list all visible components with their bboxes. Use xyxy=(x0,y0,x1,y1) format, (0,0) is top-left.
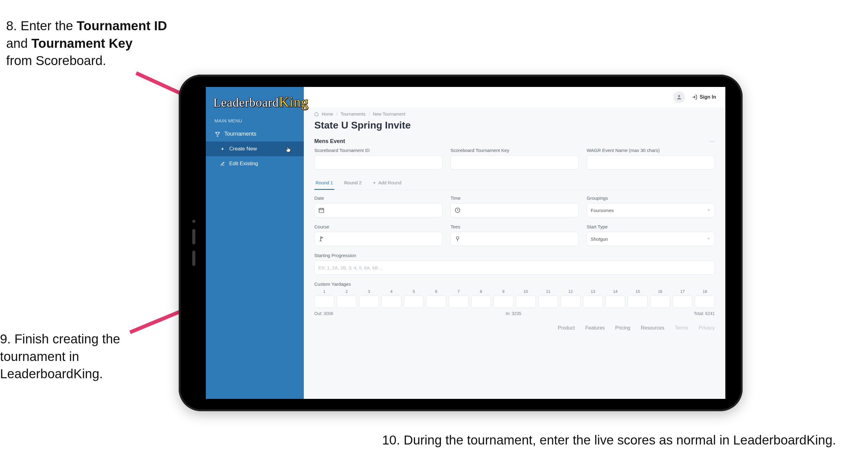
yardage-input[interactable] xyxy=(314,296,334,308)
breadcrumb-new-tournament[interactable]: New Tournament xyxy=(373,112,405,117)
date-input[interactable] xyxy=(314,203,442,217)
yardage-input[interactable] xyxy=(516,296,536,308)
cursor-hand-icon xyxy=(285,145,291,154)
field-tees: Tees xyxy=(451,224,579,246)
yardage-input[interactable] xyxy=(381,296,402,308)
footer-privacy[interactable]: Privacy xyxy=(699,325,715,331)
sidebar-item-label: Edit Existing xyxy=(229,160,258,167)
plus-icon xyxy=(219,147,225,151)
yardage-input[interactable] xyxy=(538,296,558,308)
field-label: Groupings xyxy=(587,196,715,201)
starting-progression-input[interactable]: EX: 1, 2A, 2B, 3, 4, 5, 6A, 6B ... xyxy=(314,260,715,275)
sign-in-button[interactable]: Sign In xyxy=(692,94,716,100)
callout-step8: 8. Enter the Tournament ID and Tournamen… xyxy=(6,17,173,70)
yardage-column: 15 xyxy=(628,289,648,308)
breadcrumb-tournaments[interactable]: Tournaments xyxy=(340,112,366,117)
logo[interactable]: LeaderboardKing xyxy=(206,94,304,114)
field-groupings: Groupings Foursomes xyxy=(587,196,715,217)
groupings-value: Foursomes xyxy=(591,208,614,213)
yardage-input[interactable] xyxy=(695,296,715,308)
field-label: Starting Progression xyxy=(314,253,715,258)
breadcrumb-home[interactable]: Home xyxy=(322,112,333,117)
hole-number: 14 xyxy=(613,289,618,294)
tab-add-round[interactable]: Add Round xyxy=(371,176,402,189)
hole-number: 7 xyxy=(458,289,460,294)
time-input[interactable] xyxy=(451,203,579,217)
field-label: Tees xyxy=(451,224,579,229)
footer-resources[interactable]: Resources xyxy=(641,325,664,331)
yardage-input[interactable] xyxy=(673,296,693,308)
yardage-input[interactable] xyxy=(606,296,625,308)
breadcrumb: Home / Tournaments / New Tournament xyxy=(314,107,715,120)
tournament-id-input[interactable] xyxy=(314,155,442,170)
field-label: WAGR Event Name (max 30 chars) xyxy=(587,148,715,153)
tablet-hardware-buttons xyxy=(192,220,195,266)
sidebar-item-tournaments[interactable]: Tournaments xyxy=(206,126,304,142)
yardage-input[interactable] xyxy=(650,296,670,308)
yardage-input[interactable] xyxy=(471,296,491,308)
round-form: Date Time xyxy=(314,196,715,246)
yardage-column: 12 xyxy=(560,289,581,308)
yardage-column: 9 xyxy=(493,289,513,308)
yardage-input[interactable] xyxy=(359,296,379,308)
field-course: Course xyxy=(314,224,442,246)
field-label: Scoreboard Tournament ID xyxy=(314,148,442,153)
out-label: Out: xyxy=(314,311,322,316)
yardage-input[interactable] xyxy=(404,296,424,308)
tees-input[interactable] xyxy=(451,232,579,246)
footer-product[interactable]: Product xyxy=(558,325,575,331)
hole-number: 12 xyxy=(568,289,572,294)
callout-step8-prefix: 8. Enter the xyxy=(6,19,77,33)
topbar: Sign In xyxy=(304,87,725,107)
avatar[interactable] xyxy=(673,91,685,103)
sidebar-item-edit-existing[interactable]: Edit Existing xyxy=(206,156,304,171)
sidebar-item-create-new[interactable]: Create New xyxy=(206,142,304,156)
yardage-input[interactable] xyxy=(560,296,581,308)
footer-pricing[interactable]: Pricing xyxy=(615,325,630,331)
breadcrumb-sep: / xyxy=(336,112,337,117)
field-scoreboard-tournament-key: Scoreboard Tournament Key xyxy=(451,148,579,170)
in-label: In: xyxy=(506,311,510,316)
field-wagr-event-name: WAGR Event Name (max 30 chars) xyxy=(587,148,715,170)
tournament-key-input[interactable] xyxy=(451,155,579,170)
calendar-icon xyxy=(318,207,324,213)
edit-icon xyxy=(219,162,225,166)
signin-arrow-icon xyxy=(692,94,697,100)
hole-number: 6 xyxy=(435,289,437,294)
footer-features[interactable]: Features xyxy=(585,325,604,331)
groupings-select[interactable]: Foursomes xyxy=(587,203,715,217)
home-icon[interactable] xyxy=(314,112,319,116)
yardage-input[interactable] xyxy=(583,296,603,308)
tab-round1[interactable]: Round 1 xyxy=(314,176,334,189)
start-type-value: Shotgun xyxy=(591,236,608,242)
yardage-input[interactable] xyxy=(628,296,648,308)
footer-terms[interactable]: Terms xyxy=(675,325,688,331)
page-title: State U Spring Invite xyxy=(314,120,715,134)
out-summary: Out: 3006 xyxy=(314,311,333,316)
clock-icon xyxy=(455,207,461,213)
logo-text-2: King xyxy=(279,94,308,110)
hole-number: 3 xyxy=(368,289,370,294)
yardage-column: 11 xyxy=(538,289,558,308)
field-label: Course xyxy=(314,224,442,229)
wagr-name-input[interactable] xyxy=(587,155,715,170)
yardage-column: 5 xyxy=(404,289,424,308)
yardage-input[interactable] xyxy=(448,296,469,308)
field-label: Scoreboard Tournament Key xyxy=(451,148,579,153)
yardage-input[interactable] xyxy=(337,296,357,308)
section-menu-button[interactable]: ⋯ xyxy=(709,138,715,145)
hole-number: 13 xyxy=(591,289,595,294)
tab-round2[interactable]: Round 2 xyxy=(343,176,363,189)
course-input[interactable] xyxy=(314,232,442,246)
yardage-input[interactable] xyxy=(493,296,513,308)
tablet-bar xyxy=(192,229,195,244)
field-scoreboard-tournament-id: Scoreboard Tournament ID xyxy=(314,148,442,170)
yardage-column: 8 xyxy=(471,289,491,308)
sidebar: LeaderboardKing MAIN MENU Tournaments Cr… xyxy=(206,87,304,399)
plus-icon xyxy=(373,181,376,185)
field-label: Start Type xyxy=(587,224,715,229)
start-type-select[interactable]: Shotgun xyxy=(587,232,715,246)
svg-point-2 xyxy=(678,95,680,97)
yardage-input[interactable] xyxy=(426,296,446,308)
scoreboard-id-row: Scoreboard Tournament ID Scoreboard Tour… xyxy=(314,148,715,170)
